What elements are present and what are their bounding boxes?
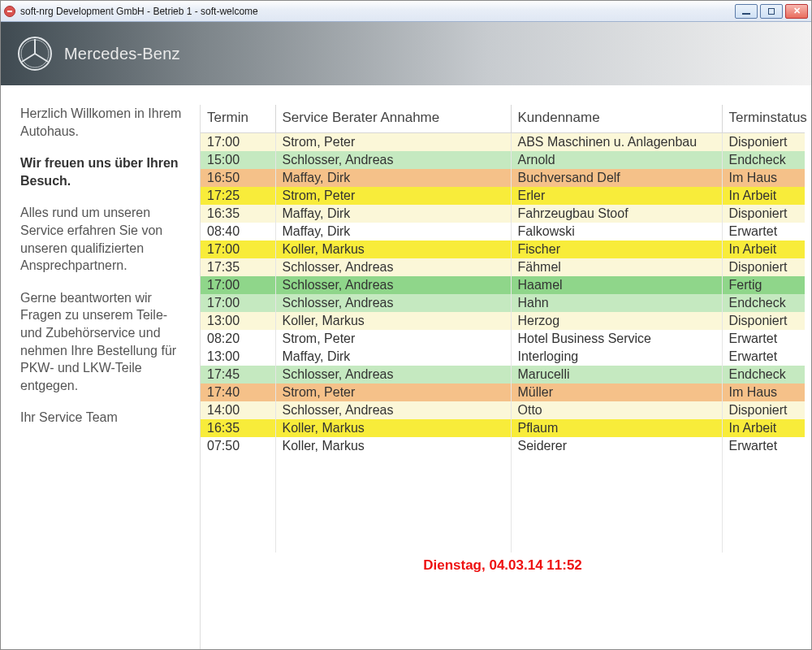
cell-customer: Erler xyxy=(511,187,722,205)
app-icon xyxy=(4,6,15,17)
table-row[interactable]: 16:50Maffay, DirkBuchversand DelfIm Haus xyxy=(201,169,805,187)
header-status[interactable]: Terminstatus xyxy=(722,105,805,133)
cell-time: 14:00 xyxy=(201,401,275,419)
cell-advisor: Schlosser, Andreas xyxy=(275,366,511,384)
footer-datetime: Dienstag, 04.03.14 11:52 xyxy=(201,552,805,582)
window-title: soft-nrg Development GmbH - Betrieb 1 - … xyxy=(20,6,258,17)
cell-status: Erwartet xyxy=(722,348,805,366)
cell-status: Disponiert xyxy=(722,205,805,223)
table-row[interactable]: 17:25Strom, PeterErlerIn Arbeit xyxy=(201,187,805,205)
cell-status: Disponiert xyxy=(722,258,805,276)
cell-time: 17:25 xyxy=(201,187,275,205)
table-row[interactable]: 16:35Koller, MarkusPflaumIn Arbeit xyxy=(201,419,805,437)
cell-status: Erwartet xyxy=(722,437,805,455)
table-row[interactable]: 08:40Maffay, DirkFalkowskiErwartet xyxy=(201,223,805,240)
welcome-sidebar: Herzlich Willkomen in Ihrem Autohaus. Wi… xyxy=(20,105,201,649)
table-row[interactable]: 17:00Schlosser, AndreasHahnEndcheck xyxy=(201,294,805,312)
cell-time: 16:35 xyxy=(201,419,275,437)
cell-customer: Marucelli xyxy=(511,366,722,384)
cell-time: 15:00 xyxy=(201,151,275,169)
cell-time: 16:35 xyxy=(201,205,275,223)
header-customer[interactable]: Kundenname xyxy=(511,105,722,133)
table-row[interactable]: 08:20Strom, PeterHotel Business ServiceE… xyxy=(201,330,805,348)
cell-advisor: Strom, Peter xyxy=(275,133,511,152)
cell-customer: Hotel Business Service xyxy=(511,330,722,348)
welcome-line-5: Ihr Service Team xyxy=(20,409,188,427)
cell-time: 17:45 xyxy=(201,366,275,384)
cell-customer: Pflaum xyxy=(511,419,722,437)
cell-customer: Haamel xyxy=(511,276,722,294)
cell-advisor: Strom, Peter xyxy=(275,330,511,348)
table-row[interactable]: 13:00Koller, MarkusHerzogDisponiert xyxy=(201,312,805,330)
cell-status: Erwartet xyxy=(722,330,805,348)
cell-status: Endcheck xyxy=(722,151,805,169)
maximize-button[interactable] xyxy=(760,4,783,19)
cell-time: 08:40 xyxy=(201,223,275,240)
cell-advisor: Schlosser, Andreas xyxy=(275,401,511,419)
cell-time: 17:00 xyxy=(201,240,275,258)
table-row[interactable]: 07:50Koller, MarkusSeidererErwartet xyxy=(201,437,805,455)
table-row[interactable]: 17:35Schlosser, AndreasFähmelDisponiert xyxy=(201,258,805,276)
table-row[interactable]: 17:45Schlosser, AndreasMarucelliEndcheck xyxy=(201,366,805,384)
welcome-line-4: Gerne beantworten wir Fragen zu unserem … xyxy=(20,289,188,395)
cell-advisor: Maffay, Dirk xyxy=(275,205,511,223)
cell-advisor: Schlosser, Andreas xyxy=(275,294,511,312)
cell-advisor: Maffay, Dirk xyxy=(275,169,511,187)
welcome-line-2: Wir freuen uns über Ihren Besuch. xyxy=(20,154,188,189)
cell-status: Endcheck xyxy=(722,366,805,384)
cell-time: 17:00 xyxy=(201,294,275,312)
cell-status: Im Haus xyxy=(722,384,805,401)
header-termin[interactable]: Termin xyxy=(201,105,275,133)
cell-status: In Arbeit xyxy=(722,419,805,437)
table-row[interactable]: 14:00Schlosser, AndreasOttoDisponiert xyxy=(201,401,805,419)
cell-customer: Otto xyxy=(511,401,722,419)
table-row[interactable]: 13:00Maffay, DirkInterlogingErwartet xyxy=(201,348,805,366)
cell-status: Disponiert xyxy=(722,133,805,152)
cell-time: 17:35 xyxy=(201,258,275,276)
app-window: soft-nrg Development GmbH - Betrieb 1 - … xyxy=(0,0,812,650)
table-row[interactable]: 15:00Schlosser, AndreasArnoldEndcheck xyxy=(201,151,805,169)
table-row[interactable]: 17:00Strom, PeterABS Maschinen u. Anlage… xyxy=(201,133,805,152)
cell-advisor: Maffay, Dirk xyxy=(275,348,511,366)
table-row[interactable]: 17:00Koller, MarkusFischerIn Arbeit xyxy=(201,240,805,258)
brand-header: Mercedes-Benz xyxy=(1,22,811,85)
table-row[interactable]: 17:40Strom, PeterMüllerIm Haus xyxy=(201,384,805,401)
title-bar[interactable]: soft-nrg Development GmbH - Betrieb 1 - … xyxy=(1,1,811,22)
cell-time: 17:00 xyxy=(201,133,275,152)
cell-time: 13:00 xyxy=(201,312,275,330)
brand-name: Mercedes-Benz xyxy=(64,45,180,63)
cell-customer: Seiderer xyxy=(511,437,722,455)
cell-customer: Fischer xyxy=(511,240,722,258)
header-advisor[interactable]: Service Berater Annahme xyxy=(275,105,511,133)
window-controls: ✕ xyxy=(735,4,808,19)
welcome-line-3: Alles rund um unseren Service erfahren S… xyxy=(20,204,188,274)
cell-advisor: Strom, Peter xyxy=(275,187,511,205)
cell-advisor: Schlosser, Andreas xyxy=(275,151,511,169)
cell-customer: ABS Maschinen u. Anlagenbau xyxy=(511,133,722,152)
cell-status: Endcheck xyxy=(722,294,805,312)
cell-advisor: Schlosser, Andreas xyxy=(275,276,511,294)
close-button[interactable]: ✕ xyxy=(785,4,808,19)
cell-advisor: Strom, Peter xyxy=(275,384,511,401)
cell-time: 08:20 xyxy=(201,330,275,348)
table-row[interactable]: 16:35Maffay, DirkFahrzeugbau StoofDispon… xyxy=(201,205,805,223)
minimize-button[interactable] xyxy=(735,4,758,19)
cell-customer: Müller xyxy=(511,384,722,401)
table-row[interactable]: 17:00Schlosser, AndreasHaamelFertig xyxy=(201,276,805,294)
cell-time: 17:00 xyxy=(201,276,275,294)
cell-customer: Arnold xyxy=(511,151,722,169)
table-header-row: Termin Service Berater Annahme Kundennam… xyxy=(201,105,805,133)
cell-customer: Falkowski xyxy=(511,223,722,240)
cell-status: Erwartet xyxy=(722,223,805,240)
welcome-line-1: Herzlich Willkomen in Ihrem Autohaus. xyxy=(20,105,188,140)
mercedes-logo-icon xyxy=(17,36,53,72)
cell-advisor: Maffay, Dirk xyxy=(275,223,511,240)
cell-status: Disponiert xyxy=(722,401,805,419)
cell-advisor: Schlosser, Andreas xyxy=(275,258,511,276)
cell-status: In Arbeit xyxy=(722,187,805,205)
cell-status: In Arbeit xyxy=(722,240,805,258)
cell-advisor: Koller, Markus xyxy=(275,240,511,258)
cell-customer: Fahrzeugbau Stoof xyxy=(511,205,722,223)
cell-advisor: Koller, Markus xyxy=(275,419,511,437)
cell-customer: Hahn xyxy=(511,294,722,312)
